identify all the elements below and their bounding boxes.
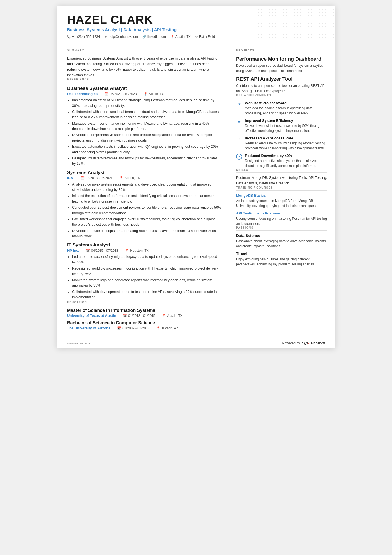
achievement-desc-3: Designed a proactive alert system that m… [245, 158, 327, 168]
projects-section-title: PROJECTS [236, 49, 327, 53]
education-section-title: EDUCATION [67, 301, 221, 305]
email-icon: @ [104, 35, 107, 38]
summary-section: SUMMARY Experienced Business Systems Ana… [67, 49, 221, 78]
bullet-1-2: Conducted over 20 post-deployment review… [72, 205, 221, 216]
achievements-section-title: KEY ACHIEVEMENTS [236, 94, 327, 98]
edu-entry-1: Bachelor of Science in Computer Science … [67, 320, 221, 330]
achievement-desc-0: Awarded for leading a team in optimizing… [245, 106, 327, 116]
job-title-1: Systems Analyst [67, 170, 221, 176]
achievement-title-3: Reduced Downtime by 40% [245, 154, 327, 158]
edu-degree-0: Master of Science in Information Systems [67, 308, 221, 313]
dates-0: 📅 06/2021 - 10/2023 [104, 92, 137, 96]
achievement-content-3: Reduced Downtime by 40% Designed a proac… [245, 154, 327, 168]
star-icon: ☆ [195, 35, 198, 39]
edu-location-1: 📍 Tucson, AZ [156, 326, 178, 330]
achievement-desc-2: Reduced error rate to 1% by designing ef… [245, 141, 327, 151]
achievement-icon-3: ● [236, 154, 242, 160]
achievement-title-2: Increased API Success Rate [245, 136, 327, 140]
summary-text: Experienced Business Systems Analyst wit… [67, 56, 221, 78]
training-title-0: MongoDB Basics [236, 193, 327, 198]
training-desc-1: Udemy course focusing on mastering Postm… [236, 216, 327, 226]
edu-school-0: University of Texas at Austin [67, 314, 116, 318]
pin-icon: 📍 [125, 249, 129, 253]
achievement-title-0: Won Best Project Award [245, 101, 327, 105]
passion-desc-1: Enjoy exploring new cultures and gaining… [236, 257, 327, 267]
job-entry-0: Business Systems Analyst Dell Technologi… [67, 86, 221, 167]
edu-dates-0: 📅 01/2013 - 01/2015 [123, 314, 155, 318]
achievement-3: ● Reduced Downtime by 40% Designed a pro… [236, 154, 327, 168]
achievement-1: ★ Improved System Efficiency Drove down … [236, 119, 327, 133]
calendar-icon: 📅 [86, 249, 90, 253]
passions-section-title: PASSIONS [236, 226, 327, 231]
bullet-2-0: Led a team to successfully migrate legac… [72, 254, 221, 265]
achievements-section: KEY ACHIEVEMENTS ★ Won Best Project Awar… [236, 94, 327, 168]
contact-email: @ help@enhancv.com [104, 35, 138, 39]
pin-icon: 📍 [119, 176, 123, 180]
edu-dates-1: 📅 01/2009 - 01/2013 [117, 326, 149, 330]
bullet-0-0: Implemented an efficient API testing str… [72, 98, 221, 108]
edu-degree-1: Bachelor of Science in Computer Science [67, 320, 221, 325]
bullets-0: Implemented an efficient API testing str… [67, 98, 221, 167]
project-desc-1: Contributed to an open-source tool for a… [236, 83, 327, 93]
right-column: PROJECTS Performance Monitoring Dashboar… [229, 43, 335, 338]
contact-bar: 📞 +1-(234)-555-1234 @ help@enhancv.com 🔗… [67, 35, 325, 39]
footer-website: www.enhancv.com [67, 342, 92, 345]
job-meta-2: HP Inc. 📅 04/2015 - 07/2018 📍 Houston, T… [67, 248, 221, 253]
skills-section: SKILLS Postman, MongoDB, System Monitori… [236, 168, 327, 186]
location-icon: 📍 [170, 35, 174, 39]
left-column: SUMMARY Experienced Business Systems Ana… [57, 43, 229, 338]
project-desc-0: Developed an open-source dashboard for s… [236, 63, 327, 73]
job-entry-1: Systems Analyst IBM 📅 08/2018 - 05/2021 … [67, 170, 221, 239]
dates-2: 📅 04/2015 - 07/2018 [86, 249, 118, 253]
bullet-2-2: Monitored system logs and generated repo… [72, 278, 221, 288]
edu-entry-0: Master of Science in Information Systems… [67, 308, 221, 318]
location-1: 📍 Austin, TX [119, 176, 140, 180]
projects-section: PROJECTS Performance Monitoring Dashboar… [236, 49, 327, 93]
bullet-2-1: Redesigned workflow processes in conjunc… [72, 266, 221, 277]
bullet-0-5: Designed intuitive wireframes and mockup… [72, 156, 221, 167]
location-0: 📍 Austin, TX [143, 92, 164, 96]
enhancv-branding: Powered by Enhancv [282, 341, 325, 346]
achievement-0: ★ Won Best Project Award Awarded for lea… [236, 101, 327, 116]
bullet-1-3: Facilitated workshops that engaged over … [72, 217, 221, 228]
pin-icon: 📍 [156, 326, 160, 330]
job-title-0: Business Systems Analyst [67, 86, 221, 91]
dates-1: 📅 08/2018 - 05/2021 [80, 176, 113, 180]
project-title-1: REST API Analyzer Tool [236, 76, 327, 82]
bullets-2: Led a team to successfully migrate legac… [67, 254, 221, 300]
edu-school-1: The University of Arizona [67, 326, 110, 330]
linkedin-icon: 🔗 [142, 35, 146, 39]
training-title-1: API Testing with Postman [236, 211, 327, 215]
header-section: HAZEL CLARK Business Systems Analyst | D… [57, 6, 335, 43]
achievement-content-2: Increased API Success Rate Reduced error… [245, 136, 327, 151]
company-1: IBM [67, 176, 74, 180]
bullet-0-3: Developed comprehensive user stories and… [72, 132, 221, 143]
calendar-icon: 📅 [123, 314, 127, 318]
company-2: HP Inc. [67, 248, 79, 253]
resume-container: HAZEL CLARK Business Systems Analyst | D… [57, 6, 335, 348]
experience-section-title: EXPERIENCE [67, 78, 221, 82]
company-0: Dell Technologies [67, 92, 98, 96]
bullet-0-2: Managed system performance monitoring wi… [72, 121, 221, 132]
education-section: EDUCATION Master of Science in Informati… [67, 301, 221, 330]
contact-linkedin: 🔗 linkedin.com [142, 35, 166, 39]
passion-title-0: Data Science [236, 233, 327, 238]
powered-by-text: Powered by [282, 341, 300, 345]
passions-section: PASSIONS Data Science Passionate about l… [236, 226, 327, 267]
edu-meta-1: The University of Arizona 📅 01/2009 - 01… [67, 326, 221, 330]
achievement-title-1: Improved System Efficiency [245, 119, 327, 123]
edu-meta-0: University of Texas at Austin 📅 01/2013 … [67, 314, 221, 318]
bullet-2-3: Collaborated with development teams to t… [72, 289, 221, 300]
project-title-0: Performance Monitoring Dashboard [236, 56, 327, 62]
contact-phone: 📞 +1-(234)-555-1234 [67, 35, 100, 39]
svg-point-0 [308, 343, 309, 344]
achievement-content-0: Won Best Project Award Awarded for leadi… [245, 101, 327, 116]
summary-section-title: SUMMARY [67, 49, 221, 53]
phone-icon: 📞 [67, 35, 71, 39]
achievement-icon-2: ☆ [236, 136, 242, 142]
enhancv-logo-icon [302, 341, 309, 346]
training-section: TRAINING / COURSES MongoDB Basics An int… [236, 186, 327, 226]
footer-bar: www.enhancv.com Powered by Enhancv [57, 338, 335, 348]
candidate-name: HAZEL CLARK [67, 13, 325, 26]
calendar-icon: 📅 [117, 326, 121, 330]
